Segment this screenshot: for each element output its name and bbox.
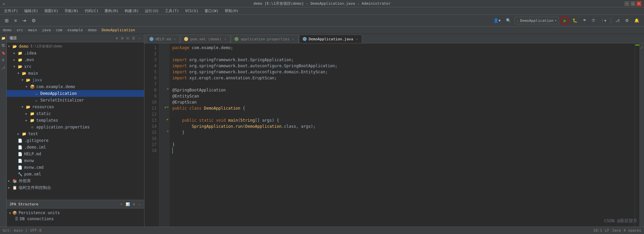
folder-icon-idea: 📁 <box>17 50 23 56</box>
menu-tools[interactable]: 工具(T) <box>162 8 182 14</box>
status-lf: LF <box>605 228 609 233</box>
gutter-15[interactable]: ⊖ <box>160 128 170 134</box>
tree-item-static[interactable]: ▶ 📁 static <box>7 110 144 117</box>
menu-code[interactable]: 代码(C) <box>82 8 101 14</box>
project-close-btn[interactable]: — <box>137 36 141 40</box>
jpa-db-connections[interactable]: 🗄 DB connections <box>9 216 141 222</box>
tree-item-pomxml[interactable]: 🔧 pom.xml <box>7 171 144 178</box>
jpa-persistence-units[interactable]: ▶ 📦 Persistence units <box>9 210 141 216</box>
code-area[interactable]: package com.example.demo; import org.spr… <box>170 43 635 227</box>
toolbar-project-btn[interactable]: ⊞ <box>3 16 11 25</box>
breadcrumb-com[interactable]: com <box>56 28 62 32</box>
side-icon-bookmark[interactable]: 🔖 <box>1 50 6 55</box>
tab-DemoApplication[interactable]: DemoApplication.java ✕ <box>299 35 362 43</box>
side-icon-project[interactable]: 📁 <box>1 35 6 41</box>
fold-icon-15[interactable]: ⊖ <box>167 129 169 133</box>
tab-close-DemoApplication[interactable]: ✕ <box>355 37 358 41</box>
tree-item-mvnw[interactable]: 📄 mvnw <box>7 157 144 164</box>
fold-icon-8[interactable]: ⊖ <box>167 87 169 90</box>
breadcrumb-main[interactable]: main <box>28 28 37 32</box>
menu-help[interactable]: 帮助(H) <box>222 8 242 14</box>
close-button[interactable]: ✕ <box>637 1 641 6</box>
toolbar-indent2-btn[interactable]: ⇥ <box>20 16 28 25</box>
tab-appprops[interactable]: application.properties ✕ <box>231 35 299 43</box>
tree-item-DemoApplication[interactable]: ☕ DemoApplication <box>7 90 144 97</box>
tree-item-ServletInitializer[interactable]: ☕ ServletInitializer <box>7 97 144 104</box>
run-config-dropdown[interactable]: ☕ DemoApplication ▾ <box>514 17 559 24</box>
search-everywhere-btn[interactable]: 🔍 <box>504 16 513 25</box>
tree-item-external-libs[interactable]: ▶ 📚 外部库 <box>7 178 144 184</box>
cmd-icon: 📄 <box>17 165 23 170</box>
menu-vcs[interactable]: VCS(S) <box>182 8 201 14</box>
project-gear-btn[interactable]: ⚙ <box>115 36 119 40</box>
tree-item-idea[interactable]: ▶ 📁 .idea <box>7 50 144 56</box>
gutter-13[interactable]: ▶ <box>160 116 170 122</box>
jpa-actions: + 📊 ⚙ — <box>119 202 141 206</box>
tree-item-src[interactable]: ▼ 📂 src <box>7 63 144 70</box>
run-button[interactable]: ▶ <box>560 16 569 25</box>
menu-build[interactable]: 构建(B) <box>122 8 141 14</box>
minimize-button[interactable]: － <box>625 1 629 6</box>
breadcrumb-demo[interactable]: demo <box>3 28 12 32</box>
tab-close-pomxml[interactable]: ✕ <box>223 37 227 41</box>
title-bar: ☕ demo [E:\1开发项目\demo] - DemoApplication… <box>0 0 644 7</box>
breadcrumb-class[interactable]: DemoApplication <box>101 28 135 32</box>
tab-close-appprops[interactable]: ✕ <box>292 37 295 41</box>
tree-item-demoiml[interactable]: 📄 .demo.iml <box>7 144 144 151</box>
tree-item-scratch[interactable]: ▶ 📋 临时文件和控制台 <box>7 184 144 191</box>
tree-item-java[interactable]: ▼ 📂 java <box>7 77 144 83</box>
toolbar-indent-btn[interactable]: ≡ <box>12 16 19 25</box>
tree-item-appprops[interactable]: ⚙ application.properties <box>7 124 144 130</box>
tree-item-gitignore[interactable]: 📄 .gitignore <box>7 137 144 144</box>
menu-file[interactable]: 文件(F) <box>1 8 21 14</box>
tree-item-demo-root[interactable]: ▼ 📂 demo E:\1开发项目\demo <box>7 43 144 50</box>
tab-pomxml[interactable]: pom.xml (demo) ✕ <box>180 35 230 43</box>
fold-icon-11[interactable]: ⊖ <box>167 105 169 109</box>
run-icon-13[interactable]: ▶ <box>167 117 169 121</box>
jpa-close-btn[interactable]: — <box>137 202 141 206</box>
tree-item-main[interactable]: ▼ 📂 main <box>7 70 144 77</box>
side-icon-git[interactable]: ⎇ <box>1 65 6 70</box>
breadcrumb-src[interactable]: src <box>16 28 23 32</box>
tree-item-test[interactable]: ▶ 📁 test <box>7 130 144 137</box>
more-run-btn[interactable]: ⋮▾ <box>599 16 608 25</box>
gutter-10 <box>160 98 170 104</box>
breadcrumb-java[interactable]: java <box>42 28 51 32</box>
profile-button[interactable]: ⏱ <box>590 16 597 25</box>
menu-run[interactable]: 运行(U) <box>142 8 162 14</box>
notifications-btn[interactable]: 🔔 <box>632 16 641 25</box>
jpa-add-btn[interactable]: + <box>119 202 123 206</box>
tab-close-helpmd[interactable]: ✕ <box>173 37 176 41</box>
maximize-button[interactable]: □ <box>631 1 635 6</box>
side-icon-maven[interactable]: M <box>1 57 6 63</box>
side-icon-structure[interactable]: 🏗 <box>1 43 6 48</box>
breadcrumb-example[interactable]: example <box>67 28 83 32</box>
menu-navigate[interactable]: 导航(N) <box>62 8 81 14</box>
toolbar-settings-btn[interactable]: ⚙ <box>30 16 38 25</box>
settings-btn[interactable]: ⚙ <box>623 16 631 25</box>
tree-item-mvnwcmd[interactable]: 📄 mvnw.cmd <box>7 164 144 171</box>
git-btn[interactable]: ⎇ <box>613 16 622 25</box>
debug-button[interactable]: 🐛 <box>570 16 579 25</box>
tree-item-helpmd[interactable]: 📄 HELP.md <box>7 151 144 157</box>
project-settings2-btn[interactable]: ☰ <box>131 36 136 40</box>
menu-edit[interactable]: 编辑(E) <box>22 8 41 14</box>
tree-item-mvn[interactable]: ▶ 📁 .mvn <box>7 56 144 63</box>
menu-refactor[interactable]: 重构(R) <box>102 8 121 14</box>
gutter-11[interactable]: ▶ ⊖ <box>160 104 170 110</box>
project-expand-btn[interactable]: ⊞ <box>120 36 124 40</box>
jpa-chart-btn[interactable]: 📊 <box>125 202 131 206</box>
breadcrumb-demo2[interactable]: demo <box>88 28 97 32</box>
tree-item-resources[interactable]: ▼ 📂 resources <box>7 104 144 110</box>
gutter-8[interactable]: ⊖ <box>160 86 170 92</box>
tree-item-package[interactable]: ▼ 📦 com.example.demo <box>7 83 144 90</box>
project-collapse-btn[interactable]: ⊟ <box>126 36 130 40</box>
menu-window[interactable]: 窗口(W) <box>202 8 221 14</box>
tab-helpmd[interactable]: HELP.md ✕ <box>146 35 180 43</box>
coverage-button[interactable]: ☂ <box>581 16 588 25</box>
status-git: Git: main <box>3 228 23 233</box>
user-button[interactable]: 👤▾ <box>491 16 503 25</box>
jpa-settings-btn[interactable]: ⚙ <box>132 202 136 206</box>
tree-item-templates[interactable]: ▶ 📁 templates <box>7 117 144 124</box>
menu-view[interactable]: 视图(V) <box>42 8 61 14</box>
